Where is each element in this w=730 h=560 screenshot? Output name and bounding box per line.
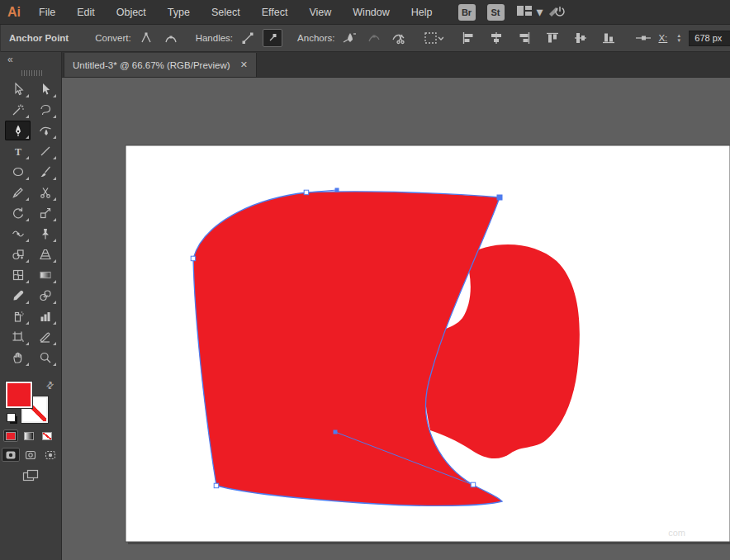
lasso-tool[interactable]	[32, 100, 58, 120]
draw-normal-button[interactable]	[2, 448, 20, 462]
selection-tool[interactable]	[5, 79, 31, 99]
paintbrush-tool[interactable]	[32, 162, 58, 182]
ellipse-tool[interactable]	[5, 162, 31, 182]
default-fill-stroke-icon[interactable]	[7, 413, 16, 422]
draw-behind-button[interactable]	[21, 448, 40, 462]
eyedropper-tool[interactable]	[5, 286, 31, 306]
gradient-mode-button[interactable]	[21, 429, 36, 442]
none-mode-button[interactable]	[40, 429, 55, 442]
swap-fill-stroke-icon[interactable]: ⇄	[44, 379, 57, 392]
panel-drag-grip[interactable]	[21, 70, 43, 76]
control-bar: Anchor Point Convert: Handles: Anchors:	[0, 25, 730, 52]
tool-grid: T	[4, 79, 59, 368]
vertical-align-center-icon[interactable]	[571, 29, 590, 47]
symbol-sprayer-tool[interactable]	[5, 306, 31, 326]
stock-button[interactable]: St	[487, 4, 505, 21]
color-controls: ⇄	[0, 378, 62, 560]
pencil-tool[interactable]	[5, 183, 31, 202]
gpu-performance-icon[interactable]	[548, 4, 566, 21]
horizontal-align-right-icon[interactable]	[514, 29, 534, 47]
perspective-grid-tool[interactable]	[32, 244, 58, 264]
menu-type[interactable]: Type	[157, 0, 201, 25]
menu-file[interactable]: File	[28, 0, 66, 25]
puppet-warp-tool[interactable]	[32, 224, 58, 244]
selection-mode-label: Anchor Point	[9, 33, 69, 43]
artboard-tool[interactable]	[5, 327, 31, 347]
rotate-tool[interactable]	[5, 203, 31, 223]
direct-selection-tool[interactable]	[32, 79, 58, 99]
isolate-object-icon[interactable]	[424, 29, 443, 47]
zoom-tool[interactable]	[32, 348, 58, 368]
document-tab[interactable]: Untitled-3* @ 66.67% (RGB/Preview) ✕	[64, 53, 257, 77]
menu-bar: Ai File Edit Object Type Select Effect V…	[0, 0, 730, 25]
draw-inside-button[interactable]	[41, 448, 59, 462]
show-handles-icon[interactable]	[238, 29, 258, 47]
watermark-text: com	[668, 528, 685, 538]
horizontal-align-center-icon[interactable]	[486, 29, 506, 47]
menu-help[interactable]: Help	[401, 0, 443, 25]
menu-effect[interactable]: Effect	[251, 0, 299, 25]
slice-tool[interactable]	[32, 327, 58, 347]
control-bar-grip[interactable]	[0, 25, 1, 52]
illustrator-window: { "app": { "logo_text": "Ai" }, "menu_ba…	[0, 0, 730, 560]
color-mode-button[interactable]	[3, 429, 18, 442]
chevron-down-icon[interactable]: ▾	[537, 4, 543, 20]
x-label: X:	[658, 33, 667, 43]
svg-text:T: T	[14, 146, 21, 158]
handles-label: Handles:	[196, 33, 233, 43]
line-segment-tool[interactable]	[32, 141, 58, 161]
vertical-align-bottom-icon[interactable]	[599, 29, 619, 47]
tools-panel: « T	[0, 52, 62, 560]
convert-to-corner-icon[interactable]	[136, 29, 156, 47]
x-stepper[interactable]: ▲▼	[676, 33, 681, 43]
menu-object[interactable]: Object	[106, 0, 157, 25]
curvature-tool[interactable]	[32, 121, 58, 140]
vertical-align-top-icon[interactable]	[543, 29, 562, 47]
column-graph-tool[interactable]	[32, 306, 58, 326]
add-anchor-pen-icon[interactable]	[339, 29, 359, 47]
type-tool[interactable]: T	[5, 141, 31, 161]
app-logo: Ai	[0, 5, 28, 20]
collapse-panel-icon[interactable]: «	[7, 54, 13, 65]
reference-point-icon	[633, 29, 653, 47]
fill-color-swatch[interactable]	[6, 382, 32, 408]
menu-window[interactable]: Window	[342, 0, 400, 25]
bridge-button[interactable]: Br	[458, 4, 476, 21]
horizontal-align-left-icon[interactable]	[458, 29, 478, 47]
blend-tool[interactable]	[32, 286, 58, 306]
gradient-tool[interactable]	[32, 265, 58, 285]
close-tab-icon[interactable]: ✕	[240, 59, 248, 70]
screen-mode-button[interactable]	[20, 467, 41, 482]
width-tool[interactable]	[5, 224, 31, 244]
convert-label: Convert:	[95, 33, 130, 43]
pasteboard[interactable]: com	[62, 78, 730, 560]
document-tab-bar: Untitled-3* @ 66.67% (RGB/Preview) ✕	[62, 52, 730, 78]
document-title: Untitled-3* @ 66.67% (RGB/Preview)	[73, 60, 230, 70]
pen-tool[interactable]	[5, 121, 31, 140]
anchors-label: Anchors:	[297, 33, 334, 43]
scissors-tool[interactable]	[32, 183, 58, 202]
hand-tool[interactable]	[5, 348, 31, 368]
convert-to-smooth-icon[interactable]	[161, 29, 181, 47]
cut-path-scissors-icon[interactable]	[389, 29, 409, 47]
hide-handles-icon[interactable]	[263, 29, 282, 47]
menu-edit[interactable]: Edit	[66, 0, 106, 25]
magic-wand-tool[interactable]	[5, 100, 31, 120]
menu-view[interactable]: View	[298, 0, 342, 25]
canvas-svg: com	[62, 78, 730, 560]
mesh-tool[interactable]	[5, 265, 31, 285]
x-input[interactable]: 678 px	[689, 31, 730, 46]
menu-select[interactable]: Select	[201, 0, 251, 25]
remove-anchor-curve-icon[interactable]	[364, 29, 384, 47]
shape-builder-tool[interactable]	[5, 244, 31, 264]
scale-tool[interactable]	[32, 203, 58, 223]
workspace-switcher-icon[interactable]	[516, 5, 533, 20]
